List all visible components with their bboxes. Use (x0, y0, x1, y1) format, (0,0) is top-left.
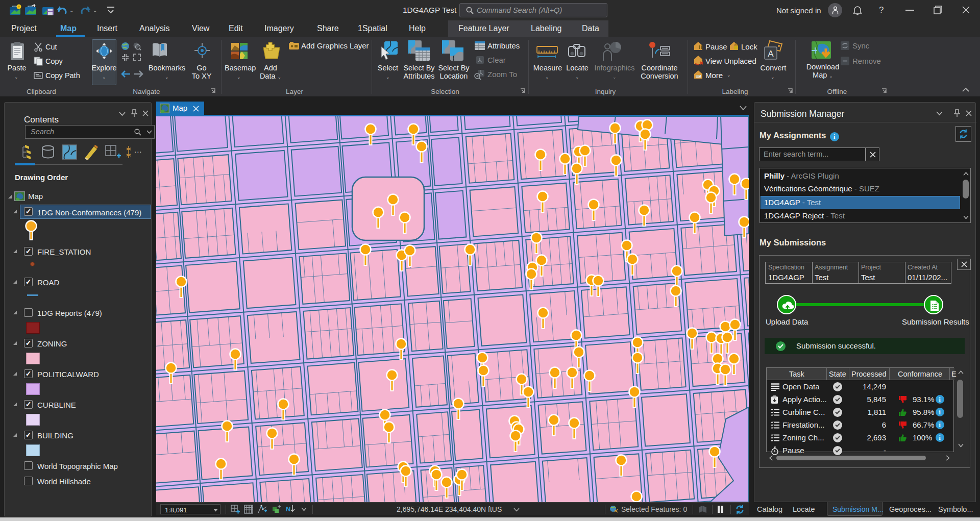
svg-text:N: N (286, 505, 290, 513)
svg-text:A: A (768, 49, 774, 59)
